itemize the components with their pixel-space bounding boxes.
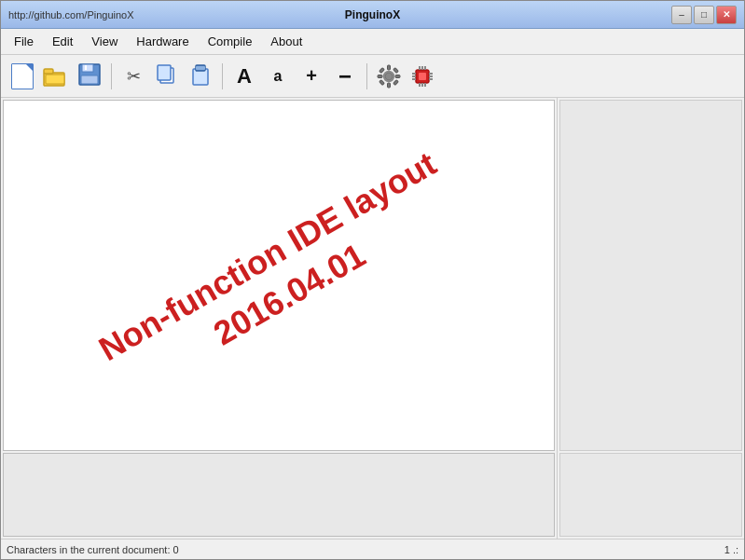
window-controls: – □ ✕ (671, 6, 737, 24)
svg-rect-13 (388, 65, 391, 70)
menu-file[interactable]: File (5, 31, 43, 52)
status-right: 1 .: (724, 544, 738, 555)
svg-rect-30 (419, 66, 421, 70)
statusbar: Characters in the current document: 0 1 … (1, 539, 744, 559)
menu-about[interactable]: About (261, 31, 311, 52)
svg-rect-1 (44, 69, 53, 74)
svg-rect-14 (388, 83, 391, 88)
status-chars: Characters in the current document: 0 (7, 544, 179, 555)
font-large-icon: A (237, 66, 252, 87)
svg-rect-11 (196, 66, 205, 70)
zoom-in-icon: + (306, 65, 317, 87)
svg-rect-16 (395, 75, 400, 77)
titlebar: http://github.com/PinguinoX PinguinoX – … (1, 1, 744, 29)
toolbar-separator-1 (111, 63, 112, 89)
editor-bottom-panel (3, 453, 555, 537)
editor-main[interactable]: Non-function IDE layout 2016.04.01 (3, 100, 555, 451)
svg-rect-20 (393, 79, 399, 85)
zoom-out-icon: − (338, 67, 352, 85)
menu-hardware[interactable]: Hardware (127, 31, 198, 52)
svg-rect-4 (82, 64, 93, 72)
upload-icon (409, 63, 435, 89)
minimize-button[interactable]: – (671, 6, 692, 24)
svg-rect-18 (393, 67, 399, 73)
svg-rect-33 (419, 83, 421, 87)
svg-rect-25 (412, 75, 416, 77)
watermark: Non-function IDE layout 2016.04.01 (91, 142, 466, 408)
zoom-out-button[interactable]: − (329, 61, 361, 92)
main-window: http://github.com/PinguinoX PinguinoX – … (0, 0, 745, 560)
open-folder-icon (43, 64, 69, 89)
svg-rect-8 (158, 65, 171, 80)
close-button[interactable]: ✕ (716, 6, 737, 24)
toolbar: ✂ A (1, 55, 744, 98)
titlebar-title: PinguinoX (345, 8, 400, 21)
right-panel-top (559, 100, 742, 451)
menu-view[interactable]: View (82, 31, 127, 52)
font-small-icon: a (274, 69, 283, 84)
save-icon (77, 62, 102, 89)
save-button[interactable] (74, 61, 105, 92)
paste-button[interactable] (185, 61, 216, 92)
paste-icon (189, 62, 212, 89)
toolbar-separator-2 (222, 63, 223, 89)
toolbar-separator-3 (366, 63, 367, 89)
svg-rect-5 (81, 75, 98, 84)
editor-pane: Non-function IDE layout 2016.04.01 (1, 98, 558, 539)
svg-rect-31 (421, 66, 423, 70)
font-small-button[interactable]: a (262, 61, 294, 92)
copy-icon (156, 63, 178, 89)
svg-rect-29 (429, 78, 433, 80)
new-file-icon (11, 63, 34, 89)
svg-rect-23 (419, 73, 426, 80)
svg-rect-2 (46, 75, 64, 84)
new-button[interactable] (7, 61, 38, 92)
svg-rect-34 (421, 83, 423, 87)
svg-rect-19 (379, 79, 385, 85)
copy-button[interactable] (151, 61, 183, 92)
menu-edit[interactable]: Edit (43, 31, 82, 52)
svg-rect-17 (379, 67, 385, 73)
zoom-in-button[interactable]: + (296, 61, 327, 92)
upload-button[interactable] (407, 61, 438, 92)
main-area: Non-function IDE layout 2016.04.01 (1, 98, 744, 539)
titlebar-url: http://github.com/PinguinoX (8, 9, 134, 20)
maximize-button[interactable]: □ (694, 6, 714, 24)
cut-icon: ✂ (127, 66, 141, 87)
svg-rect-24 (412, 73, 416, 75)
svg-rect-15 (378, 75, 382, 77)
font-large-button[interactable]: A (228, 61, 260, 92)
settings-button[interactable] (373, 61, 405, 92)
open-button[interactable] (40, 61, 72, 92)
svg-rect-26 (412, 78, 416, 80)
svg-rect-35 (424, 83, 426, 87)
menubar: File Edit View Hardware Compile About (1, 29, 744, 55)
svg-rect-6 (85, 65, 87, 70)
cut-button[interactable]: ✂ (117, 61, 149, 92)
svg-rect-27 (429, 73, 433, 75)
gear-icon (376, 63, 402, 89)
svg-rect-28 (429, 75, 433, 77)
right-panel-bottom (559, 453, 742, 537)
right-panel (558, 98, 744, 539)
menu-compile[interactable]: Compile (199, 31, 262, 52)
svg-rect-32 (424, 66, 426, 70)
